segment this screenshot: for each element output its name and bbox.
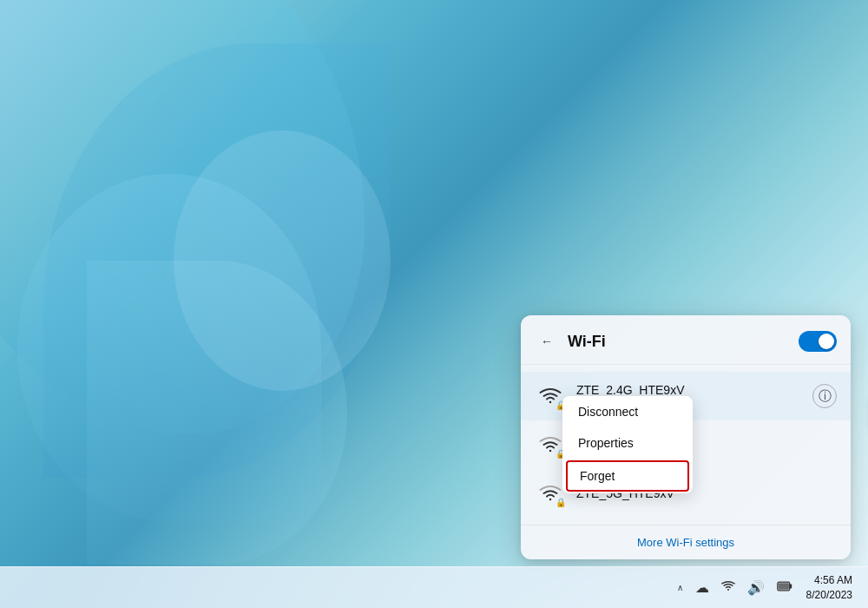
taskbar: ∧ ☁ 🔊 4:56 AM 8/20/2023 — [0, 566, 868, 608]
svg-rect-1 — [789, 584, 791, 588]
back-button[interactable]: ← — [535, 329, 559, 354]
network-icon-zte24: 🔒 — [535, 380, 566, 412]
wifi-panel-header: ← Wi-Fi — [521, 315, 851, 365]
context-menu-properties[interactable]: Properties — [562, 427, 693, 459]
systray: ∧ ☁ 🔊 4:56 AM 8/20/2023 — [674, 572, 858, 605]
wifi-panel-title: Wi-Fi — [568, 333, 790, 351]
desktop-shape-5 — [174, 130, 391, 391]
volume-icon[interactable]: 🔊 — [744, 576, 768, 599]
network-item-zte24[interactable]: 🔒 ZTE_2.4G_HTE9xV Connected, secured ⓘ D… — [521, 372, 851, 420]
wifi-toggle[interactable] — [799, 331, 837, 352]
wifi-panel: ← Wi-Fi 🔒 ZTE_2.4G_HTE9xV — [521, 315, 851, 559]
more-wifi-settings-link[interactable]: More Wi-Fi settings — [535, 536, 837, 549]
network-name-zte24: ZTE_2.4G_HTE9xV — [576, 383, 802, 397]
network-icon-zte5g: 🔒 — [535, 478, 566, 509]
battery-icon[interactable] — [773, 577, 796, 599]
systray-chevron[interactable]: ∧ — [674, 581, 687, 594]
cloud-icon[interactable]: ☁ — [692, 576, 713, 599]
wifi-taskbar-icon[interactable] — [718, 577, 739, 599]
svg-rect-2 — [778, 583, 788, 589]
network-info-button-zte24[interactable]: ⓘ — [812, 384, 837, 408]
taskbar-clock[interactable]: 4:56 AM 8/20/2023 — [801, 572, 858, 605]
time-display: 4:56 AM — [806, 573, 852, 588]
wifi-toggle-thumb — [819, 334, 834, 349]
wifi-panel-footer: More Wi-Fi settings — [521, 525, 851, 559]
context-menu-forget[interactable]: Forget — [566, 460, 689, 492]
context-menu-disconnect[interactable]: Disconnect — [562, 396, 693, 427]
date-display: 8/20/2023 — [806, 588, 852, 603]
network-icon-alcohol: 🔒 — [535, 429, 566, 460]
lock-badge-zte5g: 🔒 — [556, 498, 566, 507]
network-list: 🔒 ZTE_2.4G_HTE9xV Connected, secured ⓘ D… — [521, 365, 851, 525]
context-menu-zte24: Disconnect Properties Forget — [562, 396, 693, 493]
wifi-toggle-track — [799, 331, 837, 352]
